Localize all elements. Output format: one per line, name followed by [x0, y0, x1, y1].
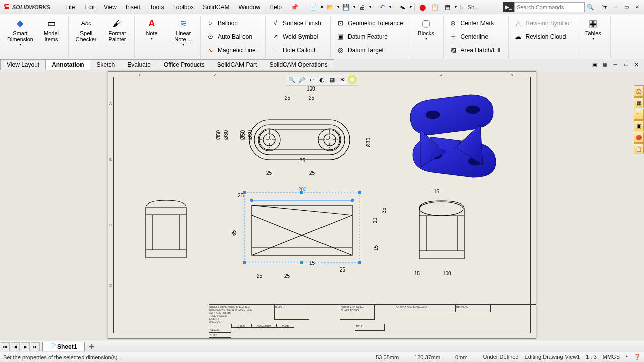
- model-items-button[interactable]: ▭Model Items: [36, 16, 66, 58]
- area-hatch-button[interactable]: ▨Area Hatch/Fill: [446, 43, 506, 57]
- datum-feature-button[interactable]: ▣Datum Feature: [333, 30, 407, 43]
- dim-d50b[interactable]: Ø50: [240, 130, 246, 140]
- dim-25c[interactable]: 25: [266, 170, 272, 176]
- appearances-icon[interactable]: 🔴: [634, 132, 644, 143]
- custom-props-icon[interactable]: 📋: [634, 143, 644, 154]
- dim-10[interactable]: 10: [372, 218, 378, 223]
- magnetic-line-button[interactable]: ↘Magnetic Line: [203, 43, 263, 57]
- help-icon[interactable]: ?▾: [600, 3, 609, 11]
- top-view[interactable]: [224, 102, 370, 177]
- status-help-icon[interactable]: ❓: [634, 354, 641, 360]
- note-button[interactable]: ANote▾: [137, 16, 167, 58]
- sheet-next-icon[interactable]: ▶: [21, 342, 30, 351]
- front-view[interactable]: [236, 190, 367, 276]
- drawing-viewport[interactable]: 1 2 3 4 5 A B C D 🔍 🔎 ↩ ◐ ▦ 👁: [0, 70, 644, 340]
- search-go-icon[interactable]: 🔍: [585, 2, 596, 12]
- prev-view-icon[interactable]: ↩: [307, 75, 316, 84]
- tables-button[interactable]: ▦Tables▾: [578, 16, 608, 58]
- settings-icon[interactable]: ▤: [442, 2, 453, 12]
- smart-dimension-button[interactable]: ◆Smart Dimension▾: [5, 16, 35, 58]
- linear-note-button[interactable]: ≋Linear Note ...▾: [168, 16, 198, 58]
- doc-max-icon[interactable]: ▭: [621, 60, 630, 68]
- dim-75[interactable]: 75: [300, 158, 305, 163]
- revision-cloud-button[interactable]: ☁Revision Cloud: [511, 30, 574, 43]
- view-palette-icon[interactable]: ▣: [634, 120, 644, 131]
- library-icon[interactable]: 📁: [634, 109, 644, 120]
- tab-evaluate[interactable]: Evaluate: [121, 59, 157, 70]
- undo-icon[interactable]: ↶: [377, 2, 388, 12]
- dim-15[interactable]: 15: [373, 245, 379, 251]
- auto-balloon-button[interactable]: ⊙Auto Balloon: [203, 30, 263, 43]
- rebuild-icon[interactable]: ⬤: [417, 2, 428, 12]
- blocks-button[interactable]: ▢Blocks▾: [411, 16, 441, 58]
- tab-sketch[interactable]: Sketch: [90, 59, 121, 70]
- sheet-last-icon[interactable]: ⏭: [31, 342, 40, 351]
- search-input[interactable]: [514, 2, 585, 12]
- dim-100[interactable]: 100: [307, 86, 315, 92]
- menu-view[interactable]: View: [100, 2, 121, 12]
- dim-15d[interactable]: 15: [414, 270, 420, 276]
- dim-25d[interactable]: 25: [309, 170, 315, 176]
- doc-close-icon[interactable]: ✕: [632, 60, 641, 68]
- dim-35[interactable]: 35: [381, 208, 387, 213]
- zoom-area-icon[interactable]: 🔎: [297, 75, 306, 84]
- menu-insert[interactable]: Insert: [122, 2, 145, 12]
- tab-annotation[interactable]: Annotation: [45, 59, 90, 70]
- doc-tile2-icon[interactable]: ▦: [600, 60, 609, 68]
- close-icon[interactable]: ✕: [633, 3, 642, 11]
- new-icon[interactable]: 📄: [308, 2, 319, 12]
- tab-solidcam-part[interactable]: SolidCAM Part: [211, 59, 264, 70]
- section-icon[interactable]: ◐: [317, 75, 327, 84]
- spell-checker-button[interactable]: AbcSpell Checker: [71, 16, 101, 58]
- doc-tile-icon[interactable]: ▣: [590, 60, 599, 68]
- tab-office-products[interactable]: Office Products: [157, 59, 211, 70]
- tab-view-layout[interactable]: View Layout: [0, 59, 46, 70]
- save-icon[interactable]: 💾: [341, 2, 352, 12]
- centerline-button[interactable]: ┼Centerline: [446, 30, 506, 43]
- appearance-icon[interactable]: [348, 75, 357, 84]
- dim-25f[interactable]: 25: [257, 273, 262, 279]
- revision-symbol-button[interactable]: △Revision Symbol: [511, 16, 574, 30]
- sheet-tab-1[interactable]: 📄Sheet1: [42, 342, 85, 351]
- sheet-first-icon[interactable]: ⏮: [1, 342, 10, 351]
- sheet-prev-icon[interactable]: ◀: [11, 342, 20, 351]
- dim-d50[interactable]: Ø50: [216, 130, 221, 140]
- dim-200-selected[interactable]: 200: [298, 187, 307, 192]
- minimize-icon[interactable]: ─: [611, 3, 620, 11]
- menu-pin-icon[interactable]: 📌: [287, 2, 302, 12]
- menu-window[interactable]: Window: [235, 2, 265, 12]
- dim-d30c[interactable]: Ø30: [366, 138, 371, 147]
- add-sheet-icon[interactable]: ➕: [87, 342, 96, 351]
- dim-15b[interactable]: 15: [309, 260, 315, 266]
- print-icon[interactable]: 🖨: [357, 2, 368, 12]
- zoom-fit-icon[interactable]: 🔍: [287, 75, 296, 84]
- left-side-view[interactable]: [138, 198, 194, 263]
- status-units[interactable]: MMGS: [603, 354, 620, 360]
- options-icon[interactable]: 📋: [430, 2, 441, 12]
- datum-target-button[interactable]: ◎Datum Target: [333, 43, 407, 57]
- menu-toolbox[interactable]: Toolbox: [169, 2, 198, 12]
- select-icon[interactable]: ⬉: [397, 2, 408, 12]
- drawing-sheet[interactable]: 1 2 3 4 5 A B C D 🔍 🔎 ↩ ◐ ▦ 👁: [108, 71, 536, 339]
- dim-25b[interactable]: 25: [309, 95, 314, 101]
- resources-icon[interactable]: ▦: [634, 97, 644, 108]
- status-scale[interactable]: 1 : 3: [586, 354, 596, 360]
- dim-25e[interactable]: 25: [238, 193, 244, 198]
- iso-view[interactable]: [395, 87, 501, 188]
- dim-d30[interactable]: Ø30: [223, 130, 229, 140]
- home-icon[interactable]: 🏠: [634, 85, 644, 97]
- dim-15c[interactable]: 15: [434, 189, 439, 194]
- dim-25g[interactable]: 25: [284, 273, 290, 279]
- menu-tools[interactable]: Tools: [146, 2, 168, 12]
- dim-25h[interactable]: 25: [340, 267, 345, 273]
- weld-symbol-button[interactable]: ↗Weld Symbol: [268, 30, 328, 43]
- menu-solidcam[interactable]: SolidCAM: [199, 2, 233, 12]
- hole-callout-button[interactable]: ⌴Hole Callout: [268, 43, 328, 57]
- dim-65[interactable]: 65: [231, 230, 237, 236]
- tab-solidcam-operations[interactable]: SolidCAM Operations: [263, 59, 334, 70]
- surface-finish-button[interactable]: √Surface Finish: [268, 16, 328, 30]
- menu-file[interactable]: File: [61, 2, 79, 12]
- menu-help[interactable]: Help: [265, 2, 286, 12]
- right-side-view[interactable]: [410, 198, 475, 268]
- geometric-tolerance-button[interactable]: ⊡Geometric Tolerance: [333, 16, 407, 30]
